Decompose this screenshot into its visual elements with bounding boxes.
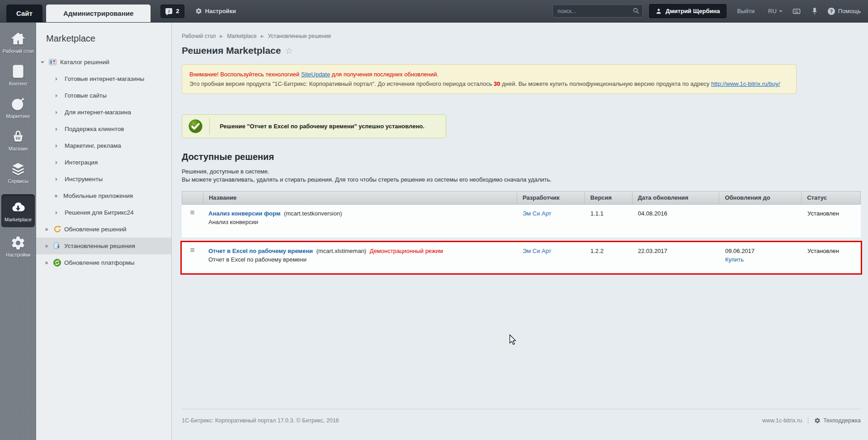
user-name: Дмитрий Щербина <box>665 8 720 14</box>
cell-status: Установлен <box>802 242 861 273</box>
notifications-count: 2 <box>176 8 179 14</box>
gear-icon <box>195 8 202 14</box>
solution-subtitle: Отчет в Excel по рабочему времени <box>208 256 512 263</box>
support-link[interactable]: Техподдержка <box>823 417 861 424</box>
menu-item-integration[interactable]: Интеграция <box>36 154 171 171</box>
rail-item-label: Настройки <box>0 252 36 258</box>
hotkeys-keyboard-icon[interactable] <box>793 7 801 15</box>
question-icon: ? <box>828 8 835 15</box>
menu-item-label: Для интернет-магазина <box>65 109 131 116</box>
tab-site[interactable]: Сайт <box>6 5 42 22</box>
cell-status: Установлен <box>802 205 861 238</box>
solution-title-line: Анализ конверсии форм (mcart.testkonvers… <box>208 210 512 217</box>
rail-item-label: Marketplace <box>1 217 35 223</box>
buy-link[interactable]: Купить <box>725 256 744 263</box>
menu-item-installed-solutions[interactable]: Установленные решения <box>36 238 171 254</box>
menu-item-catalog[interactable]: Каталог решений <box>36 54 171 70</box>
dotted-divider <box>209 118 210 135</box>
menu-item-platform-update[interactable]: Обновление платформы <box>36 254 171 271</box>
rail-item-label: Сервисы <box>0 178 36 184</box>
buy-url-link[interactable]: http://www.1c-bitrix.ru/buy/ <box>711 80 780 87</box>
breadcrumb-desktop[interactable]: Рабочий стол <box>182 33 216 39</box>
bullet-icon <box>45 262 48 264</box>
row-menu-icon[interactable]: ≡ <box>190 209 195 216</box>
user-button[interactable]: Дмитрий Щербина <box>649 4 726 18</box>
breadcrumb-separator-icon: ▶ <box>220 34 223 38</box>
trial-warning-box: Внимание! Воспользуйтесь технологией Sit… <box>182 64 797 94</box>
menu-item-solution-updates[interactable]: Обновление решений <box>36 221 171 238</box>
menu-item-label: Готовые интернет-магазины <box>65 75 144 82</box>
rail-item-content[interactable]: Контент <box>0 64 36 87</box>
menu-item-label: Поддержка клиентов <box>65 126 124 132</box>
chevron-right-icon <box>56 178 59 181</box>
rail-item-store[interactable]: Магазин <box>0 129 36 152</box>
menu-title: Marketplace <box>36 33 171 44</box>
developer-link[interactable]: Эм Си Арт <box>523 248 552 254</box>
breadcrumb-marketplace[interactable]: Marketplace <box>227 33 256 39</box>
cell-updates-until <box>720 205 802 238</box>
siteupdate-link[interactable]: SiteUpdate <box>301 71 330 78</box>
installed-solutions-icon <box>53 242 61 250</box>
header-updated[interactable]: Дата обновления <box>632 192 720 204</box>
warning-text: для получения последних обновлений. <box>330 71 439 78</box>
header-name[interactable]: Название <box>203 192 517 204</box>
rail-item-marketplace[interactable]: Marketplace <box>1 194 35 227</box>
table-row-highlighted: ≡ Отчет в Excel по рабочему времени (mca… <box>180 241 862 275</box>
solution-link[interactable]: Отчет в Excel по рабочему времени <box>208 248 313 254</box>
updates-until-date: 09.06.2017 <box>725 248 797 254</box>
title-row: Решения Marketplace ☆ <box>182 45 861 56</box>
footer: 1С-Битрикс: Корпоративный портал 17.0.3.… <box>182 409 861 424</box>
rail-item-marketing[interactable]: Маркетинг <box>0 97 36 119</box>
catalog-icon <box>48 58 57 66</box>
pin-icon[interactable] <box>811 7 819 15</box>
bitrix-site-link[interactable]: www.1c-bitrix.ru <box>762 417 802 424</box>
chevron-right-icon <box>56 144 59 148</box>
notifications-badge[interactable]: i 2 <box>160 5 184 18</box>
trial-text: Это пробная версия продукта "1С-Битрикс:… <box>189 80 494 87</box>
header-updates-until[interactable]: Обновления до <box>719 192 802 204</box>
logout-link[interactable]: Выйти <box>737 8 755 14</box>
menu-item-marketing-ads[interactable]: Маркетинг, реклама <box>36 137 171 154</box>
search-input[interactable] <box>552 5 643 18</box>
footer-divider <box>808 417 808 424</box>
chevron-right-icon <box>56 111 59 114</box>
menu-item-for-online-store[interactable]: Для интернет-магазина <box>36 104 171 121</box>
rail-item-label: Маркетинг <box>0 113 36 119</box>
header-handle <box>182 192 203 204</box>
header-developer[interactable]: Разработчик <box>517 192 585 204</box>
breadcrumb-installed[interactable]: Установленные решения <box>268 33 331 39</box>
help-button[interactable]: ? Помощь <box>828 8 861 15</box>
menu-item-ready-shops[interactable]: Готовые интернет-магазины <box>36 70 171 87</box>
header-version[interactable]: Версия <box>585 192 632 204</box>
solution-code: (mcart.testkonversion) <box>284 210 342 217</box>
search-icon[interactable] <box>632 7 640 14</box>
row-menu-icon[interactable]: ≡ <box>190 246 195 254</box>
rail-item-services[interactable]: Сервисы <box>0 162 36 184</box>
favorite-star-icon[interactable]: ☆ <box>285 46 292 56</box>
chevron-down-icon[interactable] <box>41 61 44 65</box>
cloud-download-icon <box>1 200 35 215</box>
user-icon <box>656 8 662 14</box>
developer-link[interactable]: Эм Си Арт <box>523 210 552 217</box>
solution-link[interactable]: Анализ конверсии форм <box>208 210 280 217</box>
section-title: Доступные решения <box>182 152 861 162</box>
menu-item-customer-support[interactable]: Поддержка клиентов <box>36 121 171 137</box>
menu-item-ready-sites[interactable]: Готовые сайты <box>36 87 171 104</box>
rail-item-settings[interactable]: Настройки <box>0 235 36 258</box>
footer-right: www.1c-bitrix.ru Техподдержка <box>762 417 861 424</box>
menu-item-label: Каталог решений <box>60 59 109 66</box>
language-selector[interactable]: RU <box>768 8 783 14</box>
solution-subtitle: Анализ конверсии <box>208 219 512 225</box>
menu-item-bitrix24-solutions[interactable]: Решения для Битрикс24 <box>36 204 171 221</box>
rail-item-desktop[interactable]: Рабочий стол <box>0 32 36 54</box>
header-status[interactable]: Статус <box>802 192 860 204</box>
cell-version: 1.2.2 <box>585 242 632 273</box>
table-header-row: Название Разработчик Версия Дата обновле… <box>182 191 861 205</box>
topbar-settings-button[interactable]: Настройки <box>195 8 236 14</box>
menu-item-mobile-apps[interactable]: Мобильные приложения <box>36 187 171 204</box>
menu-item-tools[interactable]: Инструменты <box>36 171 171 187</box>
tab-admin[interactable]: Администрирование <box>46 5 151 22</box>
cell-updates-until: 09.06.2017 Купить <box>720 242 802 273</box>
menu-item-label: Решения для Битрикс24 <box>65 209 134 216</box>
menu-item-label: Маркетинг, реклама <box>65 142 121 149</box>
